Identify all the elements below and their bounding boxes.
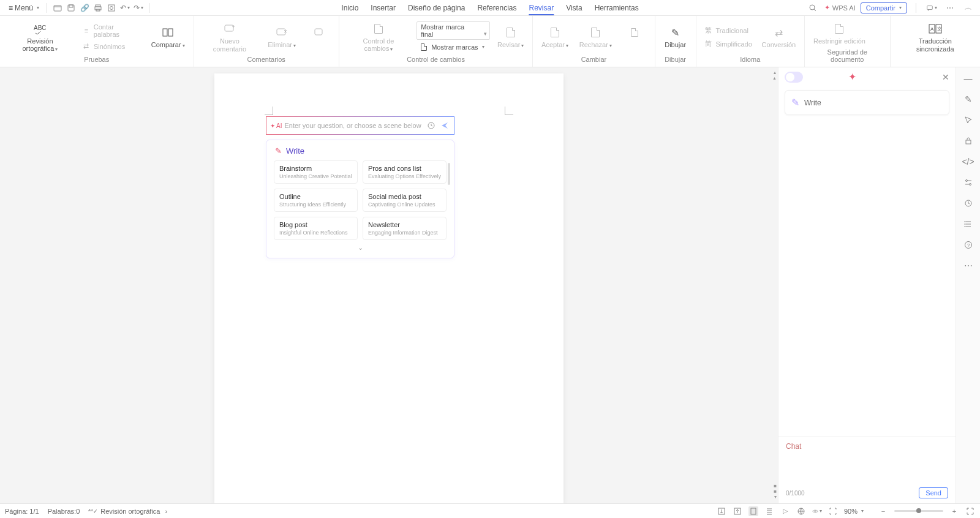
restrict-editing-button[interactable]: Restringir edición — [810, 20, 869, 46]
scene-blog-post[interactable]: Blog postInsightful Online Reflections — [274, 217, 358, 240]
send-icon[interactable] — [439, 120, 450, 131]
sync-translation-button[interactable]: A文 Traducción sincronizada — [895, 20, 975, 53]
print-icon[interactable] — [92, 2, 104, 13]
scene-outline[interactable]: OutlineStructuring Ideas Efficiently — [274, 189, 358, 212]
help-icon[interactable]: ? — [962, 239, 974, 251]
eye-icon[interactable]: ▾ — [812, 506, 822, 516]
save-icon[interactable] — [66, 2, 77, 13]
conversion-button[interactable]: ⇄ Conversión — [758, 24, 799, 50]
change-nav-button[interactable] — [619, 24, 650, 50]
review-pane-button[interactable]: Revisar▾ — [494, 24, 527, 50]
zoom-out-icon[interactable]: − — [878, 506, 888, 516]
spell-status[interactable]: ᴬᴮ✓Revisión ortográfica› — [88, 508, 167, 515]
accept-button[interactable]: Aceptar▾ — [538, 24, 572, 50]
quick-access-bar: ≡ Menú ▾ 🔗 ↶▾ ↷▾ Inicio Insertar Diseño … — [0, 0, 980, 16]
simplified-button[interactable]: 简Simplificado — [701, 38, 755, 50]
edit-icon[interactable]: ✎ — [962, 93, 974, 105]
tab-referencias[interactable]: Referencias — [477, 1, 516, 15]
word-count-button[interactable]: ≡Contar palabras — [79, 22, 144, 39]
tab-strip: Inicio Insertar Diseño de página Referen… — [341, 0, 638, 15]
zoom-slider[interactable] — [894, 510, 943, 512]
print-preview-icon[interactable] — [106, 2, 117, 13]
tab-revisar[interactable]: Revisar — [529, 1, 554, 15]
delete-comment-button[interactable]: Eliminar▾ — [264, 24, 300, 50]
synonyms-button[interactable]: ⇄Sinónimos — [79, 40, 144, 53]
undo-icon[interactable]: ↶▾ — [119, 2, 130, 13]
ribbon: ABC Revisión ortográfica▾ ≡Contar palabr… — [0, 16, 980, 67]
svg-point-22 — [965, 180, 967, 182]
scene-pros-cons[interactable]: Pros and cons listEvaluating Options Eff… — [363, 160, 447, 184]
history-sidebar-icon[interactable] — [962, 197, 974, 209]
lock-icon[interactable] — [962, 135, 974, 147]
more-icon[interactable]: ⋯ — [944, 2, 956, 13]
tab-insertar[interactable]: Insertar — [371, 1, 396, 15]
right-tool-sidebar: — ✎ </> ? ⋯ — [956, 67, 980, 503]
code-icon[interactable]: </> — [962, 156, 974, 168]
open-icon[interactable] — [52, 2, 63, 13]
reading-view-icon[interactable]: ▷ — [780, 506, 790, 516]
draw-button[interactable]: ✎ Dibujar — [660, 24, 691, 50]
comment-nav-button[interactable] — [303, 24, 334, 50]
word-count-indicator[interactable]: Palabras:0 — [48, 508, 80, 515]
write-tile[interactable]: ✎ Write — [785, 90, 949, 115]
scene-social-post[interactable]: Social media postCaptivating Online Upda… — [363, 189, 447, 212]
close-panel-icon[interactable]: ✕ — [942, 72, 949, 82]
more-sidebar-icon[interactable]: ⋯ — [962, 260, 974, 272]
display-mode-combo[interactable]: Mostrar marca final — [417, 21, 490, 40]
import-icon[interactable] — [733, 506, 742, 516]
track-changes-button[interactable]: Control de cambios▾ — [344, 20, 413, 54]
svg-point-26 — [964, 223, 965, 225]
svg-point-34 — [815, 510, 816, 512]
outline-view-icon[interactable] — [764, 506, 774, 516]
ai-assist-popup: AI ✎ Write BrainstormUnleashing Creative… — [266, 116, 454, 258]
select-icon[interactable] — [962, 114, 974, 126]
link-icon[interactable]: 🔗 — [79, 2, 90, 13]
spell-check-button[interactable]: ABC Revisión ortográfica▾ — [5, 20, 75, 54]
zoom-in-icon[interactable]: + — [949, 506, 959, 516]
send-button[interactable]: Send — [919, 487, 948, 498]
group-label-seguridad: Seguridad de documento — [810, 48, 885, 64]
zoom-value[interactable]: 90%▾ — [844, 508, 864, 515]
svg-point-27 — [964, 226, 965, 227]
new-comment-button[interactable]: Nuevo comentario — [199, 20, 261, 53]
ai-toggle[interactable] — [785, 72, 803, 83]
fullscreen-icon[interactable] — [965, 506, 975, 516]
write-tile-label: Write — [804, 99, 821, 107]
show-marks-button[interactable]: Mostrar marcas▾ — [417, 41, 490, 53]
tab-inicio[interactable]: Inicio — [341, 1, 358, 15]
outline-icon[interactable] — [962, 218, 974, 230]
history-icon[interactable] — [426, 120, 437, 131]
collapse-ribbon-icon[interactable]: ︿ — [963, 2, 974, 13]
svg-rect-32 — [751, 508, 756, 514]
svg-point-23 — [969, 184, 971, 186]
group-label-control-cambios: Control de cambios — [344, 56, 527, 64]
svg-text:?: ? — [967, 242, 970, 248]
tab-herramientas[interactable]: Herramientas — [595, 1, 639, 15]
status-bar: Página: 1/1 Palabras:0 ᴬᴮ✓Revisión ortog… — [0, 503, 980, 518]
focus-icon[interactable] — [828, 506, 838, 516]
expand-scenes-icon[interactable]: ⌄ — [274, 244, 447, 252]
ai-prompt-input[interactable] — [284, 122, 423, 129]
traditional-button[interactable]: 繁Tradicional — [701, 24, 755, 37]
svg-rect-15 — [315, 29, 322, 35]
menu-button[interactable]: ≡ Menú ▾ — [5, 2, 43, 13]
scene-brainstorm[interactable]: BrainstormUnleashing Creative Potential — [274, 160, 358, 184]
web-layout-icon[interactable] — [796, 506, 806, 516]
export-icon[interactable] — [717, 506, 726, 516]
reject-button[interactable]: Rechazar▾ — [576, 24, 616, 50]
page-indicator[interactable]: Página: 1/1 — [5, 508, 39, 515]
share-button[interactable]: Compartir▾ — [861, 2, 907, 13]
char-count: 0/1000 — [786, 490, 805, 497]
chat-icon[interactable]: ▾ — [926, 2, 937, 13]
document-page[interactable]: AI ✎ Write BrainstormUnleashing Creative… — [214, 73, 564, 503]
tab-diseno[interactable]: Diseño de página — [408, 1, 465, 15]
wps-ai-link[interactable]: ✦WPS AI — [824, 4, 856, 12]
scene-newsletter[interactable]: NewsletterEngaging Information Digest — [363, 217, 447, 240]
settings-icon[interactable] — [962, 176, 974, 189]
search-icon[interactable] — [807, 2, 818, 13]
compare-button[interactable]: Comparar▾ — [148, 24, 189, 50]
page-view-icon[interactable] — [748, 506, 758, 516]
redo-icon[interactable]: ↷▾ — [133, 2, 144, 13]
tab-vista[interactable]: Vista — [566, 1, 582, 15]
minimize-icon[interactable]: — — [962, 72, 974, 84]
